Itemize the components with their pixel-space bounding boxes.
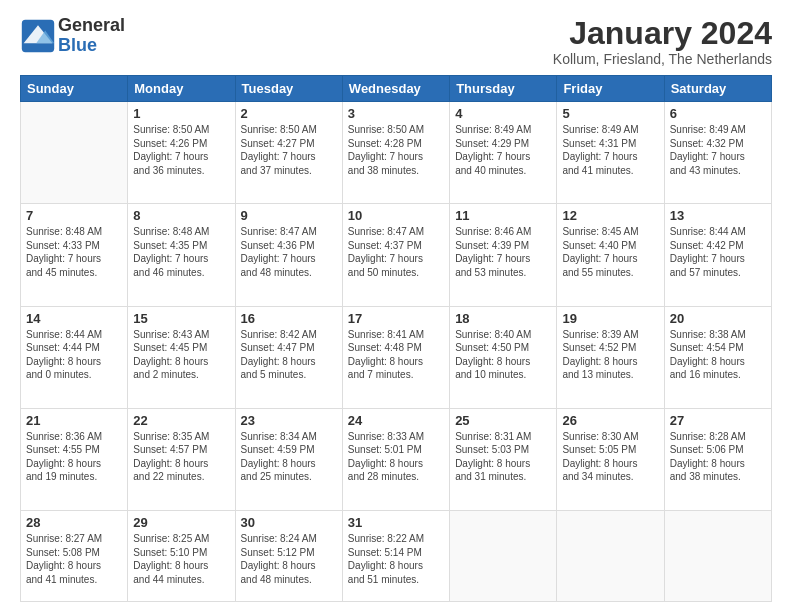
table-row: 15Sunrise: 8:43 AM Sunset: 4:45 PM Dayli… bbox=[128, 306, 235, 408]
table-row: 8Sunrise: 8:48 AM Sunset: 4:35 PM Daylig… bbox=[128, 204, 235, 306]
table-row: 23Sunrise: 8:34 AM Sunset: 4:59 PM Dayli… bbox=[235, 408, 342, 510]
day-number: 18 bbox=[455, 311, 551, 326]
table-row: 19Sunrise: 8:39 AM Sunset: 4:52 PM Dayli… bbox=[557, 306, 664, 408]
table-row: 1Sunrise: 8:50 AM Sunset: 4:26 PM Daylig… bbox=[128, 102, 235, 204]
page: General Blue January 2024 Kollum, Friesl… bbox=[0, 0, 792, 612]
table-row: 24Sunrise: 8:33 AM Sunset: 5:01 PM Dayli… bbox=[342, 408, 449, 510]
table-row: 26Sunrise: 8:30 AM Sunset: 5:05 PM Dayli… bbox=[557, 408, 664, 510]
day-number: 4 bbox=[455, 106, 551, 121]
day-number: 1 bbox=[133, 106, 229, 121]
table-row: 14Sunrise: 8:44 AM Sunset: 4:44 PM Dayli… bbox=[21, 306, 128, 408]
table-row: 6Sunrise: 8:49 AM Sunset: 4:32 PM Daylig… bbox=[664, 102, 771, 204]
cell-info: Sunrise: 8:22 AM Sunset: 5:14 PM Dayligh… bbox=[348, 532, 444, 586]
cell-info: Sunrise: 8:43 AM Sunset: 4:45 PM Dayligh… bbox=[133, 328, 229, 382]
day-number: 29 bbox=[133, 515, 229, 530]
table-row: 11Sunrise: 8:46 AM Sunset: 4:39 PM Dayli… bbox=[450, 204, 557, 306]
header-monday: Monday bbox=[128, 76, 235, 102]
logo: General Blue bbox=[20, 16, 125, 56]
table-row: 27Sunrise: 8:28 AM Sunset: 5:06 PM Dayli… bbox=[664, 408, 771, 510]
table-row: 5Sunrise: 8:49 AM Sunset: 4:31 PM Daylig… bbox=[557, 102, 664, 204]
logo-general-label: General bbox=[58, 16, 125, 36]
main-title: January 2024 bbox=[553, 16, 772, 51]
table-row: 20Sunrise: 8:38 AM Sunset: 4:54 PM Dayli… bbox=[664, 306, 771, 408]
cell-info: Sunrise: 8:49 AM Sunset: 4:31 PM Dayligh… bbox=[562, 123, 658, 177]
header-thursday: Thursday bbox=[450, 76, 557, 102]
day-number: 9 bbox=[241, 208, 337, 223]
cell-info: Sunrise: 8:28 AM Sunset: 5:06 PM Dayligh… bbox=[670, 430, 766, 484]
cell-info: Sunrise: 8:36 AM Sunset: 4:55 PM Dayligh… bbox=[26, 430, 122, 484]
cell-info: Sunrise: 8:44 AM Sunset: 4:42 PM Dayligh… bbox=[670, 225, 766, 279]
day-number: 24 bbox=[348, 413, 444, 428]
table-row bbox=[21, 102, 128, 204]
weekday-header-row: Sunday Monday Tuesday Wednesday Thursday… bbox=[21, 76, 772, 102]
cell-info: Sunrise: 8:41 AM Sunset: 4:48 PM Dayligh… bbox=[348, 328, 444, 382]
cell-info: Sunrise: 8:50 AM Sunset: 4:28 PM Dayligh… bbox=[348, 123, 444, 177]
day-number: 27 bbox=[670, 413, 766, 428]
cell-info: Sunrise: 8:49 AM Sunset: 4:32 PM Dayligh… bbox=[670, 123, 766, 177]
subtitle: Kollum, Friesland, The Netherlands bbox=[553, 51, 772, 67]
day-number: 12 bbox=[562, 208, 658, 223]
cell-info: Sunrise: 8:50 AM Sunset: 4:27 PM Dayligh… bbox=[241, 123, 337, 177]
table-row bbox=[557, 511, 664, 602]
cell-info: Sunrise: 8:24 AM Sunset: 5:12 PM Dayligh… bbox=[241, 532, 337, 586]
day-number: 3 bbox=[348, 106, 444, 121]
cell-info: Sunrise: 8:39 AM Sunset: 4:52 PM Dayligh… bbox=[562, 328, 658, 382]
table-row: 28Sunrise: 8:27 AM Sunset: 5:08 PM Dayli… bbox=[21, 511, 128, 602]
logo-icon bbox=[20, 18, 56, 54]
table-row: 2Sunrise: 8:50 AM Sunset: 4:27 PM Daylig… bbox=[235, 102, 342, 204]
cell-info: Sunrise: 8:34 AM Sunset: 4:59 PM Dayligh… bbox=[241, 430, 337, 484]
cell-info: Sunrise: 8:40 AM Sunset: 4:50 PM Dayligh… bbox=[455, 328, 551, 382]
day-number: 16 bbox=[241, 311, 337, 326]
day-number: 2 bbox=[241, 106, 337, 121]
table-row: 10Sunrise: 8:47 AM Sunset: 4:37 PM Dayli… bbox=[342, 204, 449, 306]
cell-info: Sunrise: 8:30 AM Sunset: 5:05 PM Dayligh… bbox=[562, 430, 658, 484]
calendar-table: Sunday Monday Tuesday Wednesday Thursday… bbox=[20, 75, 772, 602]
cell-info: Sunrise: 8:42 AM Sunset: 4:47 PM Dayligh… bbox=[241, 328, 337, 382]
header-tuesday: Tuesday bbox=[235, 76, 342, 102]
day-number: 26 bbox=[562, 413, 658, 428]
day-number: 13 bbox=[670, 208, 766, 223]
cell-info: Sunrise: 8:38 AM Sunset: 4:54 PM Dayligh… bbox=[670, 328, 766, 382]
day-number: 23 bbox=[241, 413, 337, 428]
table-row: 31Sunrise: 8:22 AM Sunset: 5:14 PM Dayli… bbox=[342, 511, 449, 602]
logo-blue-label: Blue bbox=[58, 36, 125, 56]
day-number: 14 bbox=[26, 311, 122, 326]
title-block: January 2024 Kollum, Friesland, The Neth… bbox=[553, 16, 772, 67]
cell-info: Sunrise: 8:35 AM Sunset: 4:57 PM Dayligh… bbox=[133, 430, 229, 484]
cell-info: Sunrise: 8:25 AM Sunset: 5:10 PM Dayligh… bbox=[133, 532, 229, 586]
day-number: 17 bbox=[348, 311, 444, 326]
day-number: 28 bbox=[26, 515, 122, 530]
cell-info: Sunrise: 8:45 AM Sunset: 4:40 PM Dayligh… bbox=[562, 225, 658, 279]
table-row: 7Sunrise: 8:48 AM Sunset: 4:33 PM Daylig… bbox=[21, 204, 128, 306]
table-row: 22Sunrise: 8:35 AM Sunset: 4:57 PM Dayli… bbox=[128, 408, 235, 510]
day-number: 8 bbox=[133, 208, 229, 223]
table-row: 16Sunrise: 8:42 AM Sunset: 4:47 PM Dayli… bbox=[235, 306, 342, 408]
cell-info: Sunrise: 8:48 AM Sunset: 4:35 PM Dayligh… bbox=[133, 225, 229, 279]
day-number: 11 bbox=[455, 208, 551, 223]
table-row: 13Sunrise: 8:44 AM Sunset: 4:42 PM Dayli… bbox=[664, 204, 771, 306]
day-number: 21 bbox=[26, 413, 122, 428]
day-number: 30 bbox=[241, 515, 337, 530]
table-row: 12Sunrise: 8:45 AM Sunset: 4:40 PM Dayli… bbox=[557, 204, 664, 306]
cell-info: Sunrise: 8:31 AM Sunset: 5:03 PM Dayligh… bbox=[455, 430, 551, 484]
table-row: 29Sunrise: 8:25 AM Sunset: 5:10 PM Dayli… bbox=[128, 511, 235, 602]
table-row: 3Sunrise: 8:50 AM Sunset: 4:28 PM Daylig… bbox=[342, 102, 449, 204]
header-saturday: Saturday bbox=[664, 76, 771, 102]
cell-info: Sunrise: 8:46 AM Sunset: 4:39 PM Dayligh… bbox=[455, 225, 551, 279]
cell-info: Sunrise: 8:33 AM Sunset: 5:01 PM Dayligh… bbox=[348, 430, 444, 484]
day-number: 31 bbox=[348, 515, 444, 530]
header-wednesday: Wednesday bbox=[342, 76, 449, 102]
day-number: 6 bbox=[670, 106, 766, 121]
cell-info: Sunrise: 8:50 AM Sunset: 4:26 PM Dayligh… bbox=[133, 123, 229, 177]
day-number: 25 bbox=[455, 413, 551, 428]
header: General Blue January 2024 Kollum, Friesl… bbox=[20, 16, 772, 67]
day-number: 19 bbox=[562, 311, 658, 326]
day-number: 22 bbox=[133, 413, 229, 428]
header-sunday: Sunday bbox=[21, 76, 128, 102]
table-row: 30Sunrise: 8:24 AM Sunset: 5:12 PM Dayli… bbox=[235, 511, 342, 602]
table-row: 18Sunrise: 8:40 AM Sunset: 4:50 PM Dayli… bbox=[450, 306, 557, 408]
cell-info: Sunrise: 8:47 AM Sunset: 4:36 PM Dayligh… bbox=[241, 225, 337, 279]
table-row: 25Sunrise: 8:31 AM Sunset: 5:03 PM Dayli… bbox=[450, 408, 557, 510]
cell-info: Sunrise: 8:48 AM Sunset: 4:33 PM Dayligh… bbox=[26, 225, 122, 279]
table-row: 4Sunrise: 8:49 AM Sunset: 4:29 PM Daylig… bbox=[450, 102, 557, 204]
